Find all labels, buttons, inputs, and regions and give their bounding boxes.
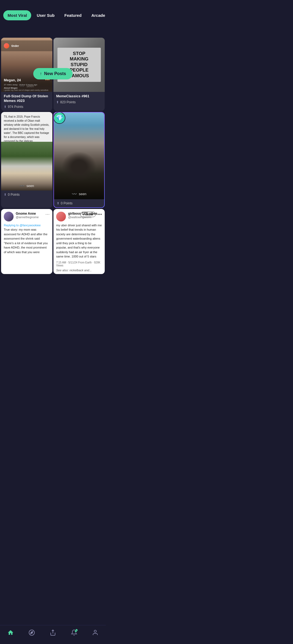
tweet-reply-label: Replying to [4, 224, 20, 227]
post-info-dog: ⬆ 0 Points [54, 199, 104, 207]
new-posts-button[interactable]: ↑ New Posts [33, 68, 73, 79]
points-arrow-icon-4: ⬆ [57, 201, 59, 205]
tweet-reply-handle: @fancywookiee [20, 224, 41, 227]
post-info-til: ⬆ 0 Points [1, 191, 52, 199]
tab-arcade[interactable]: Arcade [87, 10, 106, 20]
tinder-dist: 37 miles away · Active 9 hours ago [4, 83, 37, 86]
tweet-header-adhd: Gnome Anne @annethegnome ⋯ [1, 209, 52, 223]
seen-label-3: seen [79, 192, 86, 196]
tweet-body-uber: my uber driver just shared with me his b… [53, 223, 105, 261]
tweet-truncated: See also: nickelback and... [53, 269, 105, 274]
post-card-dog[interactable]: 💎 〰️ seen ⬆ 0 Points [53, 112, 105, 208]
tweet-handle-gnome: @annethegnome [16, 215, 39, 219]
tab-user-sub[interactable]: User Sub [32, 10, 59, 20]
new-posts-label: New Posts [44, 71, 66, 76]
seen-eyes-icon-3: 〰️ [72, 191, 77, 197]
tab-featured[interactable]: Featured [60, 10, 86, 20]
tweet-overflow-icon[interactable]: ••• [97, 212, 102, 217]
post-points-til: ⬆ 0 Points [4, 193, 50, 197]
til-text: TIL that in 2019, Pope Francis received … [1, 112, 52, 142]
post-title-sign: MemeClassics #961 [56, 94, 102, 99]
points-arrow-icon-2: ⬆ [56, 100, 59, 104]
tweet-actions-uber: Follow ••• [80, 212, 102, 217]
seen-label-2: seen [26, 184, 34, 188]
post-info-sign: MemeClassics #961 ⬆ 823 Points [53, 92, 105, 106]
post-card-til[interactable]: TIL that in 2019, Pope Francis received … [1, 112, 52, 208]
new-posts-icon: ↑ [40, 71, 42, 76]
tweet-avatar-girlboss [56, 212, 66, 221]
post-points-memes: ⬆ 974 Points [4, 105, 50, 109]
tweet-card-adhd[interactable]: Gnome Anne @annethegnome ⋯ Replying to @… [1, 209, 52, 274]
post-points-sign: ⬆ 823 Points [56, 100, 102, 104]
tweet-avatar-gnome [4, 212, 14, 221]
points-arrow-icon: ⬆ [4, 105, 7, 109]
follow-button[interactable]: Follow [80, 212, 96, 217]
tweet-meta-uber: 7:15 AM · 5/11/24 From Earth · 928K View… [53, 261, 105, 269]
tweet-name-gnome: Gnome Anne [16, 212, 39, 215]
tab-most-viral[interactable]: Most Viral [3, 10, 31, 20]
tinder-bio: I prefer my men out of shape and overly … [4, 89, 49, 91]
tweet-card-uber[interactable]: girlboss CTE vibes @wallowingworm Follow… [53, 209, 105, 274]
points-arrow-icon-3: ⬆ [4, 193, 7, 197]
tweet-header-uber: girlboss CTE vibes @wallowingworm Follow… [53, 209, 105, 223]
post-info-memes: Full-Sized Dump Of Stolen Memes #023 ⬆ 9… [1, 92, 52, 111]
post-points-dog: ⬆ 0 Points [57, 201, 101, 205]
post-title-memes: Full-Sized Dump Of Stolen Memes #023 [4, 94, 50, 103]
nav-tabs: Most Viral User Sub Featured Arcade Fo [0, 8, 106, 22]
status-bar [0, 0, 106, 8]
tweet-text-adhd: True story: my mom was assessed for ADHD… [4, 228, 48, 254]
seen-eyes-icon-2: 〰️ [19, 183, 25, 188]
tinder-name: Megan, 24 [4, 78, 21, 82]
tweet-menu-adhd[interactable]: ⋯ [45, 212, 50, 217]
featured-badge: 💎 [53, 112, 65, 124]
tweet-body-adhd: Replying to @fancywookiee True story: my… [1, 223, 52, 257]
